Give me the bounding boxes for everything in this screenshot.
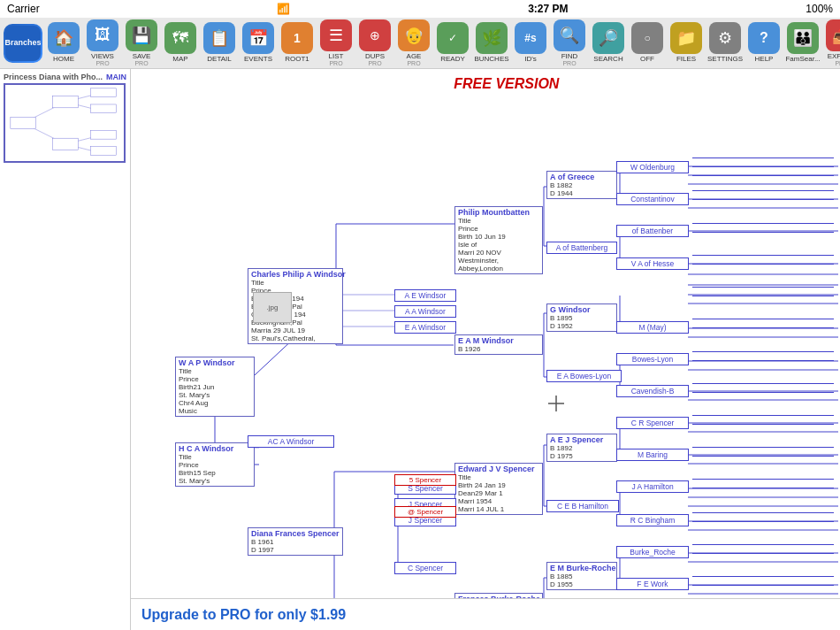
philip-title: Title [458, 217, 539, 225]
views-label: VIEWS [91, 53, 114, 61]
aej-name: A E J Spencer [550, 435, 614, 444]
bowes-lyon-btn[interactable]: Bowes-Lyon [616, 353, 689, 365]
right-line-15 [692, 360, 834, 361]
a-greece-box[interactable]: A of Greece B 1882 D 1944 [546, 171, 617, 199]
m-baring-btn[interactable]: M Baring [616, 449, 689, 461]
upgrade-bar[interactable]: Upgrade to PRO for only $1.99 [131, 598, 840, 630]
right-line-23 [692, 488, 834, 488]
edward-spencer-box[interactable]: Edward J V Spencer Title Birth 24 Jan 19… [454, 463, 543, 515]
toolbar-famsearch[interactable]: 👪 FamSear... [783, 20, 822, 65]
toolbar-detail[interactable]: 📋 DETAIL [200, 20, 239, 65]
a-battenberg-btn[interactable]: A of Battenberg [546, 242, 617, 254]
right-line-5 [692, 199, 834, 200]
of-battenber-btn[interactable]: of Battenber [616, 225, 689, 237]
files-icon: 📁 [670, 22, 702, 54]
toolbar: Branches 🏠 HOME 🖼 VIEWS PRO 💾 SAVE PRO 🗺… [0, 18, 840, 69]
charles-marriaplace: St. Paul's,Cathedral, [251, 334, 340, 342]
toolbar-list[interactable]: ☰ LIST PRO [317, 18, 355, 68]
toolbar-age[interactable]: 👴 AGE PRO [394, 18, 433, 68]
svg-rect-14 [91, 147, 117, 156]
toolbar-find[interactable]: 🔍 FIND PRO [550, 18, 589, 68]
toolbar-settings[interactable]: ⚙ SETTINGS [706, 20, 745, 65]
cavendish-btn[interactable]: Cavendish-B [616, 385, 689, 397]
views-pro: PRO [95, 60, 109, 66]
ae-windsor-btn[interactable]: A E Windsor [394, 289, 456, 302]
philip-birth: Birth 10 Jun 19 [458, 233, 539, 241]
sidebar-header: Princess Diana with Pho... MAIN [4, 73, 126, 81]
toolbar-files[interactable]: 📁 FILES [667, 20, 706, 65]
ac-a-windsor-btn[interactable]: AC A Windsor [248, 435, 334, 448]
right-line-26 [692, 544, 834, 545]
toolbar-dups[interactable]: ⊕ DUPS PRO [355, 18, 394, 68]
search-icon: 🔎 [592, 22, 624, 54]
toolbar-ready[interactable]: ✓ READY [433, 20, 472, 65]
home-label: HOME [53, 56, 74, 64]
svg-rect-9 [53, 96, 79, 107]
toolbar-root1[interactable]: 1 ROOT1 [278, 20, 317, 65]
toolbar-events[interactable]: 📅 EVENTS [239, 20, 278, 65]
g-windsor-name: G Windsor [550, 305, 614, 314]
time-display: 3:27 PM [528, 3, 568, 15]
settings-icon: ⚙ [709, 22, 741, 54]
philip-marri: Marri 20 NOV [458, 249, 539, 257]
age-label: AGE [407, 53, 422, 61]
toolbar-views[interactable]: 🖼 VIEWS PRO [83, 18, 122, 68]
find-icon: 🔍 [554, 19, 585, 51]
emb-box[interactable]: E M Burke-Roche B 1885 D 1955 [546, 562, 617, 590]
toolbar-off[interactable]: ○ OFF [628, 20, 667, 65]
va-hesse-btn[interactable]: V A of Hesse [616, 257, 689, 270]
ceb-hamilton-btn[interactable]: C E B Hamilton [546, 500, 619, 512]
hca-windsor-box[interactable]: H C A Windsor Title Prince Birth15 Sep S… [175, 442, 255, 487]
carrier-label: Carrier [7, 3, 40, 15]
c-spencer-btn[interactable]: C Spencer [394, 562, 456, 574]
app-logo[interactable]: Branches [4, 20, 42, 66]
ja-hamilton-btn[interactable]: J A Hamilton [616, 480, 689, 493]
fe-work-btn[interactable]: F E Work [616, 578, 689, 590]
wap-birth: Birth21 Jun [179, 383, 251, 391]
tree-area[interactable]: Diana Frances Spencer B 1961 D 1997 Char… [131, 69, 840, 630]
detail-label: DETAIL [207, 56, 231, 64]
eab-btn[interactable]: E A Bowes-Lyon [546, 370, 622, 382]
toolbar-search[interactable]: 🔎 SEARCH [589, 20, 628, 65]
toolbar-save[interactable]: 💾 SAVE PRO [122, 18, 161, 68]
diana-box[interactable]: Diana Frances Spencer B 1961 D 1997 [248, 527, 343, 556]
ids-label: ID's [524, 56, 537, 64]
svg-rect-8 [11, 117, 36, 128]
cr-spencer-btn[interactable]: C R Spencer [616, 417, 689, 429]
philip-box[interactable]: Philip Mountbatten Title Prince Birth 10… [454, 206, 543, 274]
5-spencer-btn[interactable]: 5 Spencer [394, 474, 456, 486]
aej-spencer-box[interactable]: A E J Spencer B 1892 D 1975 [546, 434, 617, 462]
toolbar-map[interactable]: 🗺 MAP [161, 20, 200, 65]
constantinov-btn[interactable]: Constantinov [616, 193, 689, 205]
toolbar-help[interactable]: ? HELP [745, 20, 783, 65]
ea-windsor-btn[interactable]: E A Windsor [394, 321, 456, 334]
philip-marriplace2: Abbey,London [458, 265, 539, 273]
eam-windsor-box[interactable]: E A M Windsor B 1926 [454, 334, 543, 355]
a-greece-death: D 1944 [550, 189, 614, 197]
w-oldenburg-btn[interactable]: W Oldenburg [616, 161, 689, 173]
at-spencer-btn[interactable]: @ Spencer [394, 506, 456, 518]
svg-text:Branches: Branches [5, 38, 41, 47]
a-greece-name: A of Greece [550, 173, 614, 181]
sidebar-tab[interactable]: MAIN [106, 73, 126, 81]
help-label: HELP [755, 56, 774, 64]
emb-birth: B 1885 [550, 572, 614, 580]
toolbar-ids[interactable]: #s ID's [511, 20, 550, 65]
right-line-10 [692, 287, 834, 288]
sidebar: Princess Diana with Pho... MAIN [0, 69, 131, 630]
toolbar-bunches[interactable]: 🌿 BUNCHES [472, 20, 511, 65]
map-label: MAP [172, 56, 187, 64]
hca-title: Title [179, 453, 251, 461]
aa-windsor-btn[interactable]: A A Windsor [394, 305, 456, 318]
right-line-21 [692, 456, 834, 457]
root1-label: ROOT1 [285, 56, 309, 64]
g-windsor-box[interactable]: G Windsor B 1895 D 1952 [546, 303, 617, 332]
wap-windsor-box[interactable]: W A P Windsor Title Prince Birth21 Jun S… [175, 357, 255, 417]
m-may-btn[interactable]: M (May) [616, 321, 689, 334]
rc-bingham-btn[interactable]: R C Bingham [616, 514, 689, 526]
toolbar-home[interactable]: 🏠 HOME [44, 20, 83, 65]
battery-display: 100% [806, 3, 833, 15]
dups-label: DUPS [365, 53, 385, 61]
toolbar-export[interactable]: 📤 EXPORT PRO [822, 18, 840, 68]
burke-roche-btn[interactable]: Burke_Roche [616, 546, 689, 558]
